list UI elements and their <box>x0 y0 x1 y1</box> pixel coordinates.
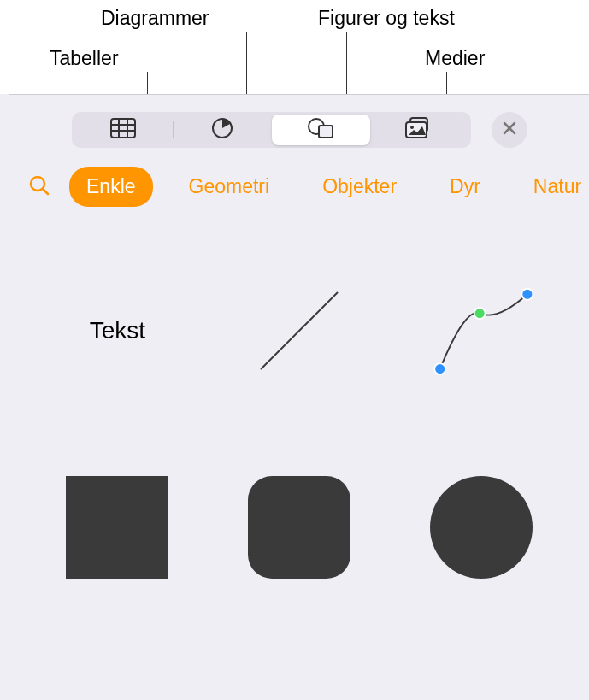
shapes-icon <box>307 117 334 143</box>
svg-line-14 <box>43 189 48 194</box>
insert-type-segment <box>72 112 471 148</box>
shape-rounded-square[interactable] <box>244 472 355 583</box>
insert-panel: Enkle Geometri Objekter Dyr Natur Tekst <box>9 94 589 700</box>
tables-tab[interactable] <box>74 115 173 145</box>
shape-square[interactable] <box>62 472 173 583</box>
category-row: Enkle Geometri Objekter Dyr Natur <box>9 158 589 224</box>
search-button[interactable] <box>28 174 50 201</box>
close-button[interactable] <box>492 112 527 148</box>
category-enkle[interactable]: Enkle <box>69 167 153 207</box>
svg-rect-0 <box>111 119 135 138</box>
circle-icon <box>430 476 533 579</box>
callouts-area: Diagrammer Figurer og tekst Tabeller Med… <box>0 0 589 94</box>
svg-point-17 <box>474 308 485 319</box>
close-icon <box>502 121 517 139</box>
line-icon <box>248 279 350 382</box>
shape-bezier[interactable] <box>426 275 537 386</box>
search-icon <box>28 174 50 200</box>
category-objekter[interactable]: Objekter <box>305 167 414 207</box>
shape-line[interactable] <box>244 275 355 386</box>
diagrams-tab[interactable] <box>174 115 272 145</box>
shapes-tab[interactable] <box>272 115 370 145</box>
svg-point-10 <box>410 126 414 129</box>
callout-tables: Tabeller <box>50 47 119 70</box>
shape-text[interactable]: Tekst <box>62 275 173 386</box>
media-tab[interactable] <box>370 115 468 145</box>
callout-shapes-text: Figurer og tekst <box>318 7 455 30</box>
media-icon <box>405 117 433 143</box>
shape-circle[interactable] <box>426 472 537 583</box>
shapes-grid: Tekst <box>9 224 589 600</box>
pie-chart-icon <box>211 117 233 143</box>
callout-media: Medier <box>425 47 485 70</box>
category-geometri[interactable]: Geometri <box>172 167 287 207</box>
callout-diagrams: Diagrammer <box>101 7 209 30</box>
svg-point-18 <box>521 289 533 300</box>
svg-line-15 <box>261 292 338 369</box>
text-shape-label: Tekst <box>90 317 145 344</box>
rounded-square-icon <box>248 476 350 579</box>
svg-point-16 <box>434 363 445 374</box>
square-icon <box>66 476 168 579</box>
svg-rect-7 <box>319 126 333 138</box>
table-icon <box>110 118 136 142</box>
bezier-icon <box>426 279 537 382</box>
category-dyr[interactable]: Dyr <box>433 167 498 207</box>
toolbar-row <box>9 95 589 158</box>
category-natur[interactable]: Natur <box>516 167 589 207</box>
